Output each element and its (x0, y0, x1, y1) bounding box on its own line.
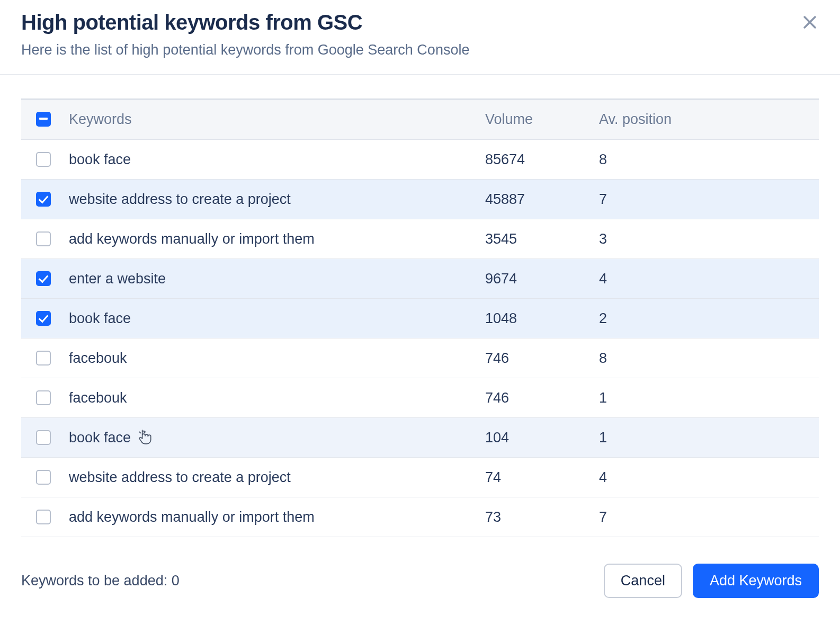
keywords-table-container: Keywords Volume Av. position book face 8… (0, 75, 840, 537)
table-row[interactable]: facebouk 746 8 (21, 338, 819, 378)
keywords-count-prefix: Keywords to be added: (21, 573, 172, 589)
table-row[interactable]: website address to create a project 74 4 (21, 458, 819, 497)
table-row[interactable]: add keywords manually or import them 73 … (21, 497, 819, 537)
volume-cell: 746 (485, 390, 599, 406)
position-cell: 3 (599, 231, 819, 247)
position-cell: 4 (599, 271, 819, 287)
volume-cell: 73 (485, 509, 599, 525)
close-button[interactable] (801, 13, 819, 31)
table-header: Keywords Volume Av. position (21, 100, 819, 140)
keyword-cell: book face (69, 430, 131, 446)
row-checkbox[interactable] (36, 351, 51, 366)
table-row[interactable]: add keywords manually or import them 354… (21, 219, 819, 259)
keyword-cell: facebouk (69, 390, 127, 406)
page-subtitle: Here is the list of high potential keywo… (21, 42, 819, 58)
volume-cell: 74 (485, 469, 599, 486)
page-title: High potential keywords from GSC (21, 11, 819, 34)
position-cell: 8 (599, 151, 819, 168)
position-cell: 7 (599, 191, 819, 208)
keywords-count-value: 0 (172, 573, 180, 589)
keyword-cell: book face (69, 310, 131, 327)
column-header-keywords[interactable]: Keywords (69, 111, 485, 128)
volume-cell: 85674 (485, 151, 599, 168)
modal-header: High potential keywords from GSC Here is… (0, 11, 840, 75)
volume-cell: 9674 (485, 271, 599, 287)
keyword-cell: enter a website (69, 271, 166, 287)
table-row[interactable]: book face 1048 2 (21, 299, 819, 338)
position-cell: 7 (599, 509, 819, 525)
cancel-button[interactable]: Cancel (604, 564, 682, 598)
keyword-cell: facebouk (69, 350, 127, 367)
row-checkbox[interactable] (36, 231, 51, 246)
table-body: book face 85674 8 website address to cre… (21, 140, 819, 537)
column-header-volume[interactable]: Volume (485, 111, 599, 128)
volume-cell: 104 (485, 430, 599, 446)
keyword-cell: website address to create a project (69, 469, 291, 486)
volume-cell: 3545 (485, 231, 599, 247)
row-checkbox[interactable] (36, 510, 51, 524)
pointer-cursor-icon (138, 430, 152, 445)
table-row[interactable]: enter a website 9674 4 (21, 259, 819, 299)
keyword-cell: add keywords manually or import them (69, 509, 315, 525)
row-checkbox[interactable] (36, 192, 51, 207)
volume-cell: 1048 (485, 310, 599, 327)
position-cell: 1 (599, 390, 819, 406)
position-cell: 8 (599, 350, 819, 367)
table-row[interactable]: book face 104 1 (21, 418, 819, 458)
close-icon (801, 13, 819, 31)
volume-cell: 746 (485, 350, 599, 367)
keywords-count-label: Keywords to be added: 0 (21, 573, 180, 589)
position-cell: 1 (599, 430, 819, 446)
modal-footer: Keywords to be added: 0 Cancel Add Keywo… (0, 537, 840, 598)
row-checkbox[interactable] (36, 311, 51, 326)
keyword-cell: add keywords manually or import them (69, 231, 315, 247)
table-row[interactable]: book face 85674 8 (21, 140, 819, 180)
table-row[interactable]: facebouk 746 1 (21, 378, 819, 418)
row-checkbox[interactable] (36, 430, 51, 445)
position-cell: 4 (599, 469, 819, 486)
keyword-cell: website address to create a project (69, 191, 291, 208)
add-keywords-button[interactable]: Add Keywords (693, 564, 819, 598)
keywords-table: Keywords Volume Av. position book face 8… (21, 99, 819, 537)
keyword-cell: book face (69, 151, 131, 168)
volume-cell: 45887 (485, 191, 599, 208)
select-all-checkbox[interactable] (36, 112, 51, 127)
row-checkbox[interactable] (36, 470, 51, 485)
row-checkbox[interactable] (36, 271, 51, 286)
row-checkbox[interactable] (36, 390, 51, 405)
column-header-position[interactable]: Av. position (599, 111, 819, 128)
row-checkbox[interactable] (36, 152, 51, 167)
position-cell: 2 (599, 310, 819, 327)
table-row[interactable]: website address to create a project 4588… (21, 180, 819, 219)
